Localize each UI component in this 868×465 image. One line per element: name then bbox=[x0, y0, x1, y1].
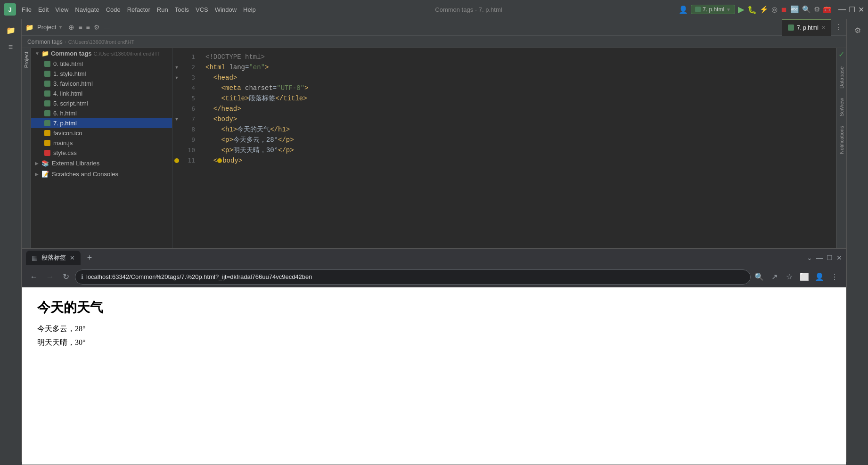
browser-close-icon[interactable]: ✕ bbox=[836, 254, 842, 261]
menu-refactor[interactable]: Refactor bbox=[124, 5, 153, 14]
sciview-label[interactable]: SciView bbox=[839, 94, 844, 120]
browser-tab-close-icon[interactable]: ✕ bbox=[70, 254, 75, 261]
tab-more-icon[interactable]: ⋮ bbox=[835, 23, 843, 32]
breadcrumb-sep: › bbox=[65, 39, 66, 45]
menu-tools[interactable]: Tools bbox=[172, 5, 192, 14]
menu-bar: File Edit View Navigate Code Refactor Ru… bbox=[19, 5, 259, 14]
browser-maximize-icon[interactable]: ☐ bbox=[827, 254, 833, 261]
file-name: 0. title.html bbox=[53, 60, 83, 67]
run-config-pill[interactable]: 7. p.html ▼ bbox=[691, 5, 735, 14]
browser-bookmark-icon[interactable]: ☆ bbox=[783, 270, 796, 284]
html-icon bbox=[44, 120, 50, 126]
win-maximize[interactable]: ☐ bbox=[849, 5, 855, 14]
browser-search-icon[interactable]: 🔍 bbox=[753, 270, 766, 284]
settings-gear-icon[interactable]: ⚙ bbox=[94, 24, 100, 31]
check-mark-icon: ✓ bbox=[838, 50, 844, 59]
right-strip: ⚙ bbox=[846, 19, 868, 462]
breadcrumb-common-tags[interactable]: Common tags bbox=[27, 39, 63, 45]
run-button[interactable]: ▶ bbox=[738, 4, 745, 15]
menu-run[interactable]: Run bbox=[154, 5, 171, 14]
file-9-stylecss[interactable]: style.css bbox=[31, 148, 172, 158]
menu-edit[interactable]: Edit bbox=[35, 5, 51, 14]
file-4-script[interactable]: 5. script.html bbox=[31, 98, 172, 108]
browser-nav-bar: ← → ↻ ℹ localhost:63342/Common%20tags/7.… bbox=[22, 267, 846, 287]
gutter-fold-2[interactable]: ▼ bbox=[172, 62, 181, 73]
file-5-h[interactable]: 6. h.html bbox=[31, 108, 172, 118]
browser-split-icon[interactable]: ⬜ bbox=[798, 270, 811, 284]
menu-view[interactable]: View bbox=[52, 5, 71, 14]
menu-window[interactable]: Window bbox=[212, 5, 239, 14]
forward-button[interactable]: → bbox=[43, 270, 57, 284]
minimize-panel-icon[interactable]: — bbox=[104, 24, 110, 31]
file-6-p-selected[interactable]: 7. p.html bbox=[31, 118, 172, 128]
search-icon[interactable]: 🔍 bbox=[802, 5, 811, 14]
tab-7-phtml[interactable]: 7. p.html ✕ bbox=[782, 19, 831, 36]
structure-icon[interactable]: ≡ bbox=[3, 40, 18, 55]
notifications-label[interactable]: Notifications bbox=[839, 122, 844, 158]
line-num-3: 3 bbox=[181, 73, 195, 83]
collapse-all-icon[interactable]: ≡ bbox=[78, 24, 82, 31]
code-line-9: <p>今天多云，28°</p> bbox=[205, 135, 830, 145]
scratches-item[interactable]: ▶ 📝 Scratches and Consoles bbox=[31, 169, 172, 179]
gutter-fold-3[interactable]: ▼ bbox=[172, 73, 181, 83]
line-num-11: 11 bbox=[181, 155, 195, 166]
profile-button[interactable]: ◎ bbox=[771, 5, 778, 14]
file-name: 1. style.html bbox=[53, 70, 86, 77]
user-icon[interactable]: 👤 bbox=[679, 5, 688, 14]
external-libraries-item[interactable]: ▶ 📚 External Libraries bbox=[31, 158, 172, 169]
root-folder[interactable]: ▼ 📁 Common tags C:\Users\13600\front end… bbox=[31, 48, 172, 59]
menu-navigate[interactable]: Navigate bbox=[72, 5, 102, 14]
file-2-favicon[interactable]: 3. favicon.html bbox=[31, 79, 172, 89]
refresh-button[interactable]: ↻ bbox=[59, 270, 73, 284]
tab-close-icon[interactable]: ✕ bbox=[821, 24, 826, 31]
new-tab-button[interactable]: + bbox=[83, 252, 96, 264]
project-label[interactable]: Project ▼ bbox=[37, 24, 63, 31]
add-icon[interactable]: ⊕ bbox=[68, 23, 74, 32]
project-vertical-label[interactable]: Project bbox=[22, 48, 31, 72]
file-8-mainjs[interactable]: main.js bbox=[31, 138, 172, 148]
browser-right-nav: 🔍 ↗ ☆ ⬜ 👤 ⋮ bbox=[753, 270, 841, 284]
browser-tab-label: 段落标签 bbox=[41, 253, 66, 262]
tab-html-icon bbox=[788, 24, 794, 31]
browser-more-icon[interactable]: ⋮ bbox=[828, 270, 841, 284]
ide-main: Project ▼ 📁 Common tags C:\Users\13600\f… bbox=[22, 48, 846, 248]
back-button[interactable]: ← bbox=[27, 270, 41, 284]
database-label[interactable]: Database bbox=[839, 63, 844, 92]
code-line-1: <!DOCTYPE html> bbox=[205, 52, 830, 62]
translate-icon[interactable]: 🔤 bbox=[790, 5, 799, 14]
folder-strip-icon[interactable]: 📁 bbox=[3, 23, 18, 38]
html-icon bbox=[44, 90, 50, 97]
file-7-faviconico[interactable]: favicon.ico bbox=[31, 128, 172, 138]
url-bar[interactable]: ℹ localhost:63342/Common%20tags/7.%20p.h… bbox=[75, 269, 751, 285]
code-content[interactable]: <!DOCTYPE html> <html lang="en"> <head> … bbox=[200, 48, 836, 248]
expand-all-icon[interactable]: ≡ bbox=[86, 24, 90, 31]
menu-vcs[interactable]: VCS bbox=[193, 5, 211, 14]
coverage-button[interactable]: ⚡ bbox=[760, 5, 769, 14]
settings-icon[interactable]: ⚙ bbox=[814, 5, 820, 14]
stop-button[interactable]: ⏹ bbox=[780, 6, 787, 14]
gutter-fold-7[interactable]: ▼ bbox=[172, 114, 181, 124]
toolbox-icon[interactable]: 🧰 bbox=[823, 5, 832, 14]
menu-help[interactable]: Help bbox=[240, 5, 259, 14]
menu-file[interactable]: File bbox=[19, 5, 34, 14]
browser-tab[interactable]: ▦ 段落标签 ✕ bbox=[26, 251, 81, 265]
win-minimize[interactable]: — bbox=[838, 5, 846, 14]
file-0-title[interactable]: 0. title.html bbox=[31, 59, 172, 69]
browser-share-icon[interactable]: ↗ bbox=[768, 270, 781, 284]
right-panel-icon[interactable]: ⚙ bbox=[850, 23, 865, 38]
file-1-style[interactable]: 1. style.html bbox=[31, 69, 172, 79]
browser-user-icon[interactable]: 👤 bbox=[813, 270, 826, 284]
js-icon bbox=[44, 140, 50, 146]
browser-collapse-icon[interactable]: ⌄ bbox=[807, 254, 812, 261]
url-text: localhost:63342/Common%20tags/7.%20p.htm… bbox=[86, 273, 745, 280]
debug-button[interactable]: 🐛 bbox=[747, 5, 757, 14]
gutter-10 bbox=[172, 145, 181, 155]
gutter-fold-11[interactable] bbox=[172, 155, 181, 166]
menu-code[interactable]: Code bbox=[103, 5, 123, 14]
file-3-link[interactable]: 4. link.html bbox=[31, 89, 172, 98]
win-close[interactable]: ✕ bbox=[858, 5, 864, 14]
browser-minimize-icon[interactable]: — bbox=[816, 254, 823, 261]
ico-icon bbox=[44, 130, 50, 136]
browser-tab-bar: ▦ 段落标签 ✕ + ⌄ — ☐ ✕ bbox=[22, 249, 846, 267]
code-line-3: <head> bbox=[205, 73, 830, 83]
